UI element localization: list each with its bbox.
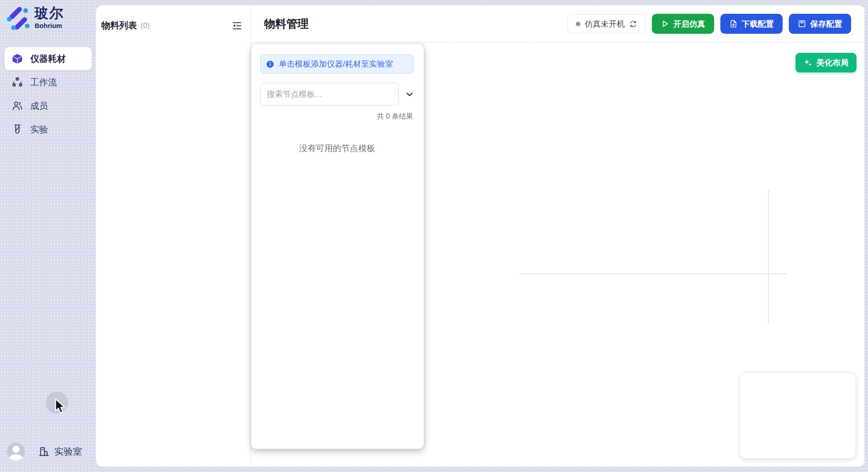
sidebar-item-label: 实验 bbox=[30, 124, 48, 136]
template-search-row bbox=[260, 83, 414, 106]
status-label: 仿真未开机 bbox=[585, 19, 625, 29]
main-container: 物料列表 (0) 物料管理 仿真未开机 bbox=[96, 5, 864, 467]
node-template-panel: 单击模板添加仪器/耗材至实验室 共 0 条结果 没有可用的节点模板 bbox=[251, 44, 424, 449]
save-icon bbox=[798, 20, 806, 28]
brand-logo: 玻尔 Bohrium bbox=[6, 6, 64, 30]
lab-switcher[interactable]: 实验室 bbox=[38, 445, 82, 458]
material-list-panel: 物料列表 (0) bbox=[96, 5, 250, 467]
brand-subtitle: Bohrium bbox=[35, 22, 64, 29]
header-actions: 仿真未开机 开启仿真 bbox=[567, 14, 851, 34]
status-dot-icon bbox=[576, 22, 580, 26]
alignment-guide-vertical bbox=[768, 190, 769, 324]
material-list-title: 物料列表 bbox=[101, 20, 137, 32]
template-search-input[interactable] bbox=[260, 83, 399, 106]
save-config-label: 保存配置 bbox=[810, 19, 842, 29]
start-simulation-button[interactable]: 开启仿真 bbox=[652, 14, 714, 34]
empty-state-text: 没有可用的节点模板 bbox=[260, 143, 414, 154]
page-header: 物料管理 仿真未开机 开启仿真 bbox=[251, 5, 864, 43]
sidebar-item-workflow[interactable]: 工作流 bbox=[4, 71, 92, 94]
brand-name: 玻尔 bbox=[35, 6, 64, 21]
chevron-down-icon[interactable] bbox=[405, 90, 414, 99]
download-config-button[interactable]: 下载配置 bbox=[720, 14, 783, 34]
sidebar-item-experiments[interactable]: 实验 bbox=[4, 118, 92, 141]
start-simulation-label: 开启仿真 bbox=[673, 19, 705, 29]
sidebar-item-label: 成员 bbox=[30, 100, 48, 112]
members-icon bbox=[12, 100, 23, 112]
save-config-button[interactable]: 保存配置 bbox=[789, 14, 851, 34]
workflow-icon bbox=[12, 76, 23, 88]
info-banner: 单击模板添加仪器/耗材至实验室 bbox=[260, 54, 414, 74]
sidebar-item-label: 仪器耗材 bbox=[30, 53, 66, 65]
material-list-count: (0) bbox=[141, 21, 150, 30]
download-config-label: 下载配置 bbox=[742, 19, 774, 29]
play-icon bbox=[661, 20, 669, 28]
bohrium-logo-icon bbox=[6, 6, 30, 30]
sparkles-icon bbox=[804, 58, 812, 67]
sidebar-item-members[interactable]: 成员 bbox=[4, 94, 92, 117]
sidebar-item-instruments[interactable]: 仪器耗材 bbox=[4, 47, 92, 70]
lab-label: 实验室 bbox=[54, 445, 82, 458]
sidebar-nav: 仪器耗材 工作流 成员 bbox=[4, 47, 92, 141]
info-icon bbox=[266, 60, 274, 68]
user-avatar[interactable] bbox=[7, 443, 25, 460]
beautify-layout-button[interactable]: 美化布局 bbox=[796, 53, 856, 72]
app-root: 玻尔 Bohrium 仪器耗材 工作流 bbox=[0, 0, 868, 472]
collapse-panel-button[interactable] bbox=[232, 20, 242, 31]
experiment-icon bbox=[12, 124, 23, 135]
material-list-header: 物料列表 (0) bbox=[96, 5, 250, 32]
sidebar-footer: 实验室 bbox=[7, 443, 82, 460]
result-count: 共 0 条结果 bbox=[260, 112, 414, 121]
minimap[interactable] bbox=[739, 372, 856, 459]
info-banner-text: 单击模板添加仪器/耗材至实验室 bbox=[279, 59, 393, 69]
mouse-cursor-icon bbox=[54, 398, 67, 415]
sidebar: 玻尔 Bohrium 仪器耗材 工作流 bbox=[0, 0, 96, 472]
beautify-layout-label: 美化布局 bbox=[816, 57, 848, 68]
alignment-guide-horizontal bbox=[519, 273, 786, 274]
refresh-icon[interactable] bbox=[629, 20, 637, 28]
menu-fold-icon bbox=[232, 20, 242, 31]
simulation-status-pill: 仿真未开机 bbox=[567, 14, 646, 33]
sidebar-item-label: 工作流 bbox=[30, 76, 57, 88]
building-icon bbox=[38, 446, 50, 457]
brand-text: 玻尔 Bohrium bbox=[35, 6, 64, 29]
page-title: 物料管理 bbox=[264, 16, 309, 31]
cube-icon bbox=[12, 53, 23, 64]
file-download-icon bbox=[729, 20, 738, 28]
